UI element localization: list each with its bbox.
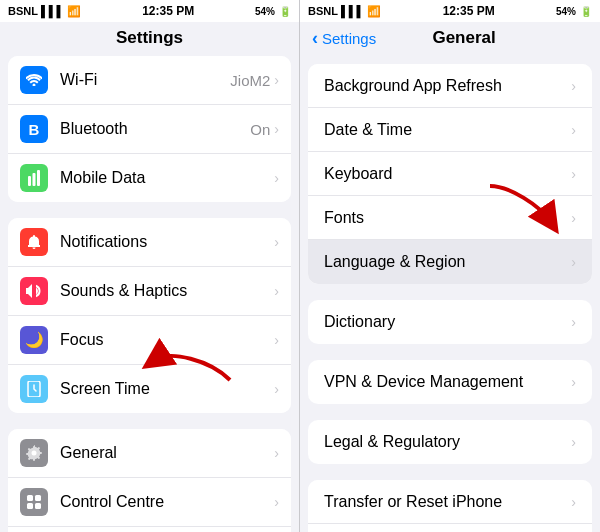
focus-label: Focus xyxy=(60,331,274,349)
right-item-dictionary[interactable]: Dictionary › xyxy=(308,300,592,344)
right-signal-icon: ▌▌▌ xyxy=(341,5,364,17)
right-item-keyboard[interactable]: Keyboard › xyxy=(308,152,592,196)
mobile-data-label: Mobile Data xyxy=(60,169,274,187)
right-wifi-icon: 📶 xyxy=(367,5,381,18)
keyboard-label: Keyboard xyxy=(324,165,571,183)
right-item-vpn[interactable]: VPN & Device Management › xyxy=(308,360,592,404)
right-group-top: Background App Refresh › Date & Time › K… xyxy=(308,64,592,284)
language-label: Language & Region xyxy=(324,253,571,271)
vpn-label: VPN & Device Management xyxy=(324,373,571,391)
bluetooth-label: Bluetooth xyxy=(60,120,250,138)
dictionary-label: Dictionary xyxy=(324,313,571,331)
right-group-legal: Legal & Regulatory › xyxy=(308,420,592,464)
left-settings-scroll[interactable]: Wi-Fi JioM2 › B Bluetooth On › Mobile xyxy=(0,56,299,532)
right-status-left: BSNL ▌▌▌ 📶 xyxy=(308,5,381,18)
focus-icon: 🌙 xyxy=(20,326,48,354)
settings-item-display[interactable]: AA Display & Brightness › xyxy=(8,527,291,532)
datetime-chevron: › xyxy=(571,122,576,138)
left-status-right: 54% 🔋 xyxy=(255,6,291,17)
left-carrier: BSNL xyxy=(8,5,38,17)
svg-rect-8 xyxy=(35,503,41,509)
back-button[interactable]: Settings xyxy=(322,30,376,47)
left-status-left: BSNL ▌▌▌ 📶 xyxy=(8,5,81,18)
right-status-bar: BSNL ▌▌▌ 📶 12:35 PM 54% 🔋 xyxy=(300,0,600,22)
settings-group-system: Notifications › Sounds & Haptics › 🌙 Foc… xyxy=(8,218,291,413)
general-icon xyxy=(20,439,48,467)
settings-item-wifi[interactable]: Wi-Fi JioM2 › xyxy=(8,56,291,105)
right-settings-scroll[interactable]: Background App Refresh › Date & Time › K… xyxy=(300,56,600,532)
left-status-bar: BSNL ▌▌▌ 📶 12:35 PM 54% 🔋 xyxy=(0,0,299,22)
right-panel: BSNL ▌▌▌ 📶 12:35 PM 54% 🔋 ‹ Settings Gen… xyxy=(300,0,600,532)
left-header: Settings xyxy=(0,22,299,56)
settings-item-sounds[interactable]: Sounds & Haptics › xyxy=(8,267,291,316)
right-time: 12:35 PM xyxy=(443,4,495,18)
left-title: Settings xyxy=(116,28,183,47)
notifications-chevron: › xyxy=(274,234,279,250)
right-title: General xyxy=(380,28,548,48)
general-label: General xyxy=(60,444,274,462)
right-battery-icon: 🔋 xyxy=(580,6,592,17)
transfer-label: Transfer or Reset iPhone xyxy=(324,493,571,511)
right-item-datetime[interactable]: Date & Time › xyxy=(308,108,592,152)
fonts-chevron: › xyxy=(571,210,576,226)
wifi-value: JioM2 xyxy=(230,72,270,89)
bluetooth-icon: B xyxy=(20,115,48,143)
right-group-dictionary: Dictionary › xyxy=(308,300,592,344)
bgrefresh-label: Background App Refresh xyxy=(324,77,571,95)
right-header: ‹ Settings General xyxy=(300,22,600,56)
transfer-chevron: › xyxy=(571,494,576,510)
notifications-icon xyxy=(20,228,48,256)
legal-label: Legal & Regulatory xyxy=(324,433,571,451)
bluetooth-chevron: › xyxy=(274,121,279,137)
mobile-data-icon xyxy=(20,164,48,192)
sounds-label: Sounds & Haptics xyxy=(60,282,274,300)
right-item-legal[interactable]: Legal & Regulatory › xyxy=(308,420,592,464)
dictionary-chevron: › xyxy=(571,314,576,330)
general-chevron: › xyxy=(274,445,279,461)
left-battery-icon: 🔋 xyxy=(279,6,291,17)
legal-chevron: › xyxy=(571,434,576,450)
left-signal-icon: ▌▌▌ xyxy=(41,5,64,17)
bluetooth-value: On xyxy=(250,121,270,138)
settings-item-mobile[interactable]: Mobile Data › xyxy=(8,154,291,202)
right-status-right: 54% 🔋 xyxy=(556,6,592,17)
right-group-reset: Transfer or Reset iPhone › Shut Down xyxy=(308,480,592,532)
svg-rect-2 xyxy=(37,170,40,186)
wifi-chevron: › xyxy=(274,72,279,88)
right-item-fonts[interactable]: Fonts › xyxy=(308,196,592,240)
right-item-transfer[interactable]: Transfer or Reset iPhone › xyxy=(308,480,592,524)
svg-rect-6 xyxy=(35,495,41,501)
right-item-language[interactable]: Language & Region › xyxy=(308,240,592,284)
bgrefresh-chevron: › xyxy=(571,78,576,94)
datetime-label: Date & Time xyxy=(324,121,571,139)
control-centre-icon xyxy=(20,488,48,516)
notifications-label: Notifications xyxy=(60,233,274,251)
screentime-chevron: › xyxy=(274,381,279,397)
right-group-vpn: VPN & Device Management › xyxy=(308,360,592,404)
screentime-label: Screen Time xyxy=(60,380,274,398)
svg-rect-7 xyxy=(27,503,33,509)
settings-item-control[interactable]: Control Centre › xyxy=(8,478,291,527)
fonts-label: Fonts xyxy=(324,209,571,227)
right-item-bgrefresh[interactable]: Background App Refresh › xyxy=(308,64,592,108)
right-carrier: BSNL xyxy=(308,5,338,17)
svg-rect-5 xyxy=(27,495,33,501)
left-time: 12:35 PM xyxy=(142,4,194,18)
right-item-shutdown[interactable]: Shut Down xyxy=(308,524,592,532)
right-battery-text: 54% xyxy=(556,6,576,17)
settings-item-focus[interactable]: 🌙 Focus › xyxy=(8,316,291,365)
wifi-icon xyxy=(20,66,48,94)
settings-item-notifications[interactable]: Notifications › xyxy=(8,218,291,267)
language-chevron: › xyxy=(571,254,576,270)
sounds-icon xyxy=(20,277,48,305)
settings-item-general[interactable]: General › xyxy=(8,429,291,478)
left-battery-text: 54% xyxy=(255,6,275,17)
settings-item-bluetooth[interactable]: B Bluetooth On › xyxy=(8,105,291,154)
svg-rect-1 xyxy=(33,173,36,186)
settings-group-connectivity: Wi-Fi JioM2 › B Bluetooth On › Mobile xyxy=(8,56,291,202)
settings-item-screentime[interactable]: Screen Time › xyxy=(8,365,291,413)
focus-chevron: › xyxy=(274,332,279,348)
vpn-chevron: › xyxy=(571,374,576,390)
back-chevron-icon[interactable]: ‹ xyxy=(312,29,318,47)
wifi-label: Wi-Fi xyxy=(60,71,230,89)
